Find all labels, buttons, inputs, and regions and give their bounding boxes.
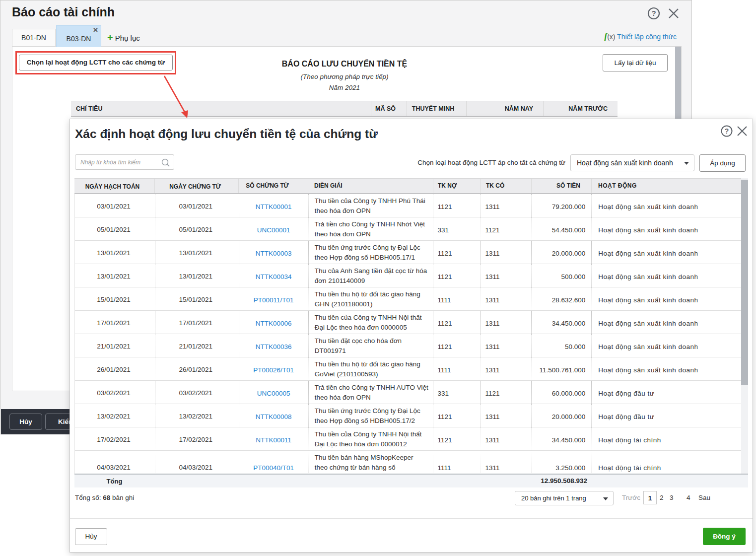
svg-text:?: ?	[651, 9, 656, 17]
svg-text:?: ?	[725, 127, 729, 135]
